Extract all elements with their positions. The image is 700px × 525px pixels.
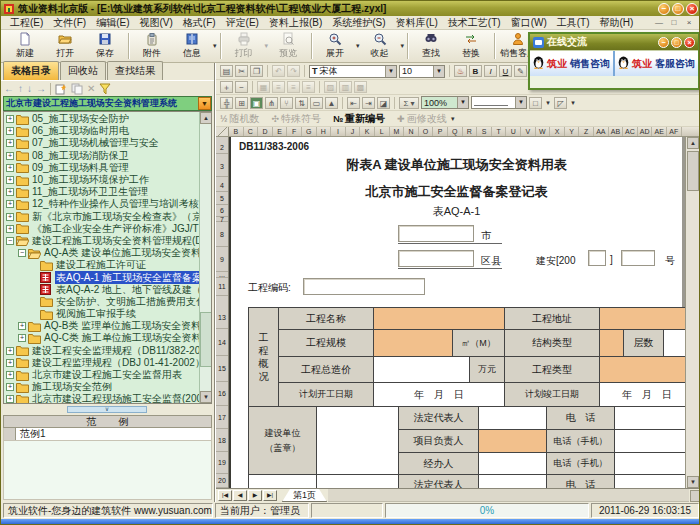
row-header[interactable]: 20 [216, 474, 228, 488]
column-header[interactable]: F [287, 127, 302, 137]
row-header[interactable]: 3 [216, 156, 228, 177]
column-header[interactable]: G [302, 127, 317, 137]
city-input[interactable] [398, 225, 474, 242]
column-header[interactable]: O [419, 127, 434, 137]
border-icon[interactable]: ▥ [339, 81, 352, 93]
sidebar-tab-表格目录[interactable]: 表格目录 [3, 61, 59, 80]
column-header[interactable]: Z [579, 127, 594, 137]
chat-close-button[interactable]: × [684, 37, 695, 48]
row-header[interactable]: 19 [216, 452, 228, 474]
column-header[interactable]: C [244, 127, 259, 137]
tree-item[interactable]: +AQ-B类 监理单位施工现场安全资料 [4, 320, 199, 332]
phone-input[interactable] [615, 407, 695, 430]
select-all-corner[interactable] [216, 127, 229, 137]
arrow-right-icon[interactable]: → [36, 83, 46, 94]
merge-across-icon[interactable]: ⊞ [235, 97, 248, 109]
total-cost-input[interactable] [374, 357, 470, 383]
column-header[interactable]: AA [594, 127, 609, 137]
tree-expander-icon[interactable]: + [6, 395, 14, 403]
scroll-thumb[interactable] [200, 312, 212, 367]
shade-icon[interactable]: ▩ [354, 81, 367, 93]
prev-sheet-button[interactable]: ◀ [233, 490, 247, 501]
start-date-input[interactable]: 年 月 日 [374, 383, 505, 407]
line-style-combo[interactable]: ▼ [471, 96, 527, 109]
tree-item[interactable]: 表AQ-A-1 施工现场安全监督备案登 [4, 271, 199, 283]
column-header[interactable]: D [258, 127, 273, 137]
column-header[interactable]: AE [652, 127, 667, 137]
tree-expander-icon[interactable]: + [6, 213, 14, 221]
row-header[interactable]: 11 [216, 278, 228, 296]
filter-icon[interactable] [99, 83, 111, 95]
tree-item[interactable]: +08_施工现场消防保卫 [4, 150, 199, 162]
row-header[interactable]: 8 [216, 222, 228, 247]
printer-button[interactable]: 打印 [224, 31, 264, 61]
combo-arrow-icon[interactable]: ▼ [515, 97, 526, 108]
row-header[interactable]: 9 [216, 247, 228, 272]
first-sheet-button[interactable]: |◀ [218, 490, 232, 501]
column-header[interactable]: H [317, 127, 332, 137]
catalog-combo[interactable]: 北京市建设工程施工现场安全资料管理系统 ▼ [3, 96, 212, 111]
row-header[interactable]: 18 [216, 429, 228, 452]
copy-icon[interactable]: ❐ [250, 65, 263, 77]
legal-rep2-input[interactable] [479, 475, 547, 488]
vertical-scrollbar[interactable]: ▲ ▼ [685, 137, 699, 488]
handler-input[interactable] [479, 453, 547, 475]
tree-item[interactable]: +07_施工现场机械管理与安全 [4, 137, 199, 149]
merge-cells-icon[interactable]: ▦ [257, 81, 270, 93]
fmt-重新编号[interactable]: №重新编号 [333, 112, 385, 126]
structure-type-input[interactable] [600, 330, 624, 357]
row-header[interactable]: 5 [216, 192, 228, 205]
tree-item[interactable]: 表AQ-A-2 地上、地下管线及建（构 [4, 284, 199, 296]
italic-icon[interactable]: I [484, 65, 497, 77]
mdi-control-icon[interactable]: — [653, 18, 665, 27]
qq-consult-button-销售咨询[interactable]: 筑业销售咨询 [530, 51, 613, 76]
redo-icon[interactable]: ↷ [287, 65, 300, 77]
restore-button[interactable]: □ [672, 3, 684, 15]
column-header[interactable]: AD [638, 127, 653, 137]
splitter-collapse-button[interactable]: ∨ [67, 406, 147, 413]
scroll-up-icon[interactable]: ▲ [687, 137, 699, 149]
info-book-button[interactable]: 信息 [172, 31, 212, 61]
next-seal-area[interactable] [317, 475, 399, 488]
dropdown-arrow-icon[interactable]: ▾ [213, 42, 217, 50]
paste-icon[interactable]: ▤ [220, 65, 233, 77]
district-input[interactable] [398, 250, 474, 267]
column-header[interactable]: AB [609, 127, 624, 137]
chat-restore-button[interactable]: □ [671, 37, 682, 48]
combo-arrow-icon[interactable]: ▼ [433, 66, 444, 77]
tree-item[interactable]: −建设工程施工现场安全资料管理规程(DB11/ [4, 235, 199, 247]
project-manager-input[interactable] [479, 430, 547, 453]
tab-bar-resize-box[interactable] [690, 490, 700, 502]
sum-icon[interactable]: Σ ▾ [399, 97, 419, 109]
replace-button[interactable]: 替换 [451, 31, 491, 61]
row-header[interactable]: 17 [216, 406, 228, 429]
tree-expander-icon[interactable]: + [6, 371, 14, 379]
close-button[interactable]: × [686, 3, 698, 15]
column-header[interactable]: N [404, 127, 419, 137]
tree-expander-icon[interactable]: + [6, 359, 14, 367]
expand-button[interactable]: 展开 [315, 31, 355, 61]
tree-expander-icon[interactable]: + [18, 334, 26, 342]
column-header[interactable]: R [463, 127, 478, 137]
tree-item[interactable]: +建设工程监理规程（DBJ 01-41-2002） [4, 357, 199, 369]
new-form-icon[interactable] [55, 83, 67, 95]
row-header[interactable]: 14 [216, 329, 228, 356]
owner-seal-area[interactable] [317, 407, 399, 475]
combo-dropdown-icon[interactable]: ▼ [198, 97, 211, 110]
underline-icon[interactable]: U [499, 65, 512, 77]
qq-consult-button-客服咨询[interactable]: 筑业客服咨询 [613, 51, 698, 76]
project-address-input[interactable] [600, 308, 695, 330]
menu-item[interactable]: 视图(V) [134, 16, 177, 30]
eraser-icon[interactable]: ◪ [377, 97, 390, 109]
arrow-up-icon[interactable]: ↑ [18, 83, 23, 94]
menu-item[interactable]: 格式(F) [178, 16, 221, 30]
example-row[interactable]: 范例1 [3, 428, 212, 441]
column-header[interactable]: AF [667, 127, 682, 137]
branch-icon[interactable]: ⑂ [280, 97, 293, 109]
menu-item[interactable]: 文件(F) [48, 16, 91, 30]
column-header[interactable]: W [536, 127, 551, 137]
tree-item[interactable]: 视阅施工审报手续 [4, 308, 199, 320]
tree-item[interactable]: +北京市建设工程施工安全监督用表 [4, 369, 199, 381]
phone2-input[interactable] [615, 475, 695, 488]
tree-item[interactable]: −AQ-A类 建设单位施工现场安全资料 [4, 247, 199, 259]
